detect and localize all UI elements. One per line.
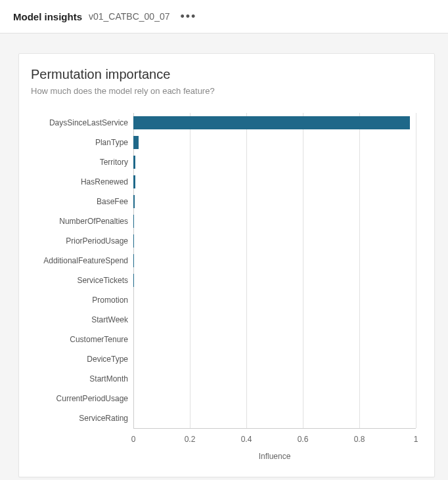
bar-row: ServiceRating — [31, 408, 416, 428]
bar-row: HasRenewed — [31, 172, 416, 192]
card-subtitle: How much does the model rely on each fea… — [31, 86, 416, 96]
bar-fill — [133, 116, 410, 129]
more-icon: ••• — [180, 10, 196, 23]
bar-row: NumberOfPenalties — [31, 211, 416, 231]
bar-track — [133, 408, 416, 428]
x-tick-label: 0 — [131, 435, 136, 444]
bar-label: Territory — [31, 158, 133, 167]
bar-label: StartMonth — [31, 374, 133, 383]
card-title: Permutation importance — [31, 67, 416, 82]
bar-label: CustomerTenure — [31, 335, 133, 344]
bar-label: StartWeek — [31, 315, 133, 324]
x-axis-line — [133, 428, 416, 429]
bar-label: CurrentPeriodUsage — [31, 394, 133, 403]
bar-label: Promotion — [31, 295, 133, 305]
bar-row: DaysSinceLastService — [31, 113, 416, 133]
bar-track — [133, 211, 416, 231]
bar-track — [133, 172, 416, 192]
model-name: v01_CATBC_00_07 — [89, 11, 169, 22]
bars-container: DaysSinceLastServicePlanTypeTerritoryHas… — [31, 113, 416, 428]
page-header: Model insights v01_CATBC_00_07 ••• — [0, 0, 448, 33]
x-label-row: Influence — [31, 452, 416, 461]
bar-row: StartMonth — [31, 369, 416, 389]
plot-area: DaysSinceLastServicePlanTypeTerritoryHas… — [31, 113, 416, 428]
bar-label: PriorPeriodUsage — [31, 236, 133, 246]
bar-track — [133, 152, 416, 172]
bar-row: Promotion — [31, 290, 416, 310]
bar-track — [133, 251, 416, 271]
bar-row: PriorPeriodUsage — [31, 231, 416, 251]
bar-label: ServiceRating — [31, 414, 133, 423]
bar-track — [133, 290, 416, 310]
bar-track — [133, 310, 416, 330]
gridline — [416, 113, 416, 428]
bar-label: NumberOfPenalties — [31, 217, 133, 226]
x-tick-label: 0.4 — [241, 435, 252, 444]
bar-label: BaseFee — [31, 197, 133, 206]
x-tick-label: 0.8 — [354, 435, 365, 444]
bar-label: PlanType — [31, 138, 133, 147]
bar-row: Territory — [31, 152, 416, 172]
permutation-importance-chart: DaysSinceLastServicePlanTypeTerritoryHas… — [31, 113, 416, 461]
bar-label: DaysSinceLastService — [31, 118, 133, 127]
bar-track — [133, 192, 416, 211]
bar-row: PlanType — [31, 133, 416, 152]
bar-label: HasRenewed — [31, 177, 133, 186]
bar-track — [133, 133, 416, 152]
card-container: Permutation importance How much does the… — [0, 33, 448, 480]
permutation-importance-card: Permutation importance How much does the… — [18, 53, 435, 477]
bar-fill — [133, 195, 135, 208]
bar-track — [133, 271, 416, 290]
bar-row: ServiceTickets — [31, 271, 416, 290]
bar-label: ServiceTickets — [31, 276, 133, 285]
bar-track — [133, 231, 416, 251]
x-tick-label: 1 — [414, 435, 418, 444]
x-ticks: 00.20.40.60.81 — [133, 435, 416, 447]
bar-row: DeviceType — [31, 349, 416, 369]
bar-track — [133, 369, 416, 389]
bar-fill — [133, 136, 139, 149]
page-title: Model insights — [13, 11, 82, 22]
more-menu-button[interactable]: ••• — [176, 8, 200, 25]
x-tick-label: 0.6 — [298, 435, 309, 444]
bar-row: StartWeek — [31, 310, 416, 330]
bar-row: AdditionalFeatureSpend — [31, 251, 416, 271]
bar-label: AdditionalFeatureSpend — [31, 256, 133, 265]
bar-row: CustomerTenure — [31, 330, 416, 349]
bar-fill — [133, 156, 135, 169]
bar-fill — [133, 175, 135, 188]
bar-row: BaseFee — [31, 192, 416, 211]
bar-track — [133, 349, 416, 369]
bar-label: DeviceType — [31, 355, 133, 364]
bar-row: CurrentPeriodUsage — [31, 389, 416, 408]
x-tick-label: 0.2 — [185, 435, 196, 444]
bar-track — [133, 389, 416, 408]
x-axis: 00.20.40.60.81 — [31, 435, 416, 447]
x-axis-label: Influence — [133, 452, 416, 461]
bar-track — [133, 330, 416, 349]
bar-track — [133, 113, 416, 133]
